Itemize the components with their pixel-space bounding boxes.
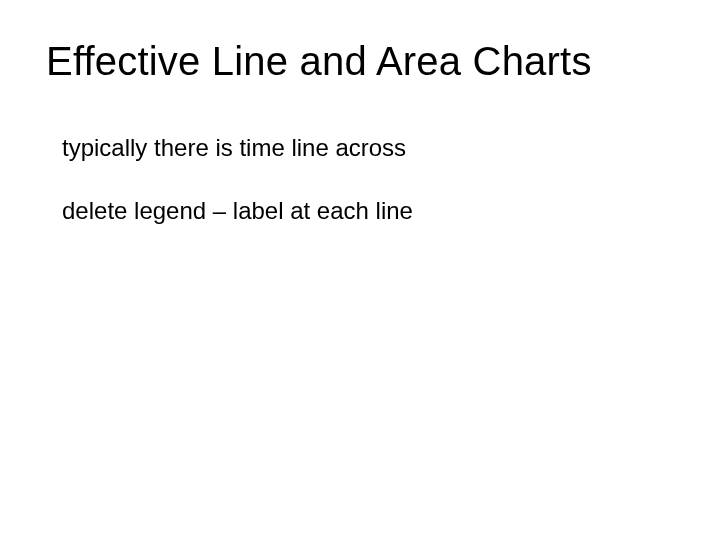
- slide: Effective Line and Area Charts typically…: [0, 0, 720, 540]
- slide-body: typically there is time line across dele…: [62, 134, 413, 260]
- bullet-item: typically there is time line across: [62, 134, 413, 163]
- bullet-item: delete legend – label at each line: [62, 197, 413, 226]
- slide-title: Effective Line and Area Charts: [46, 38, 592, 84]
